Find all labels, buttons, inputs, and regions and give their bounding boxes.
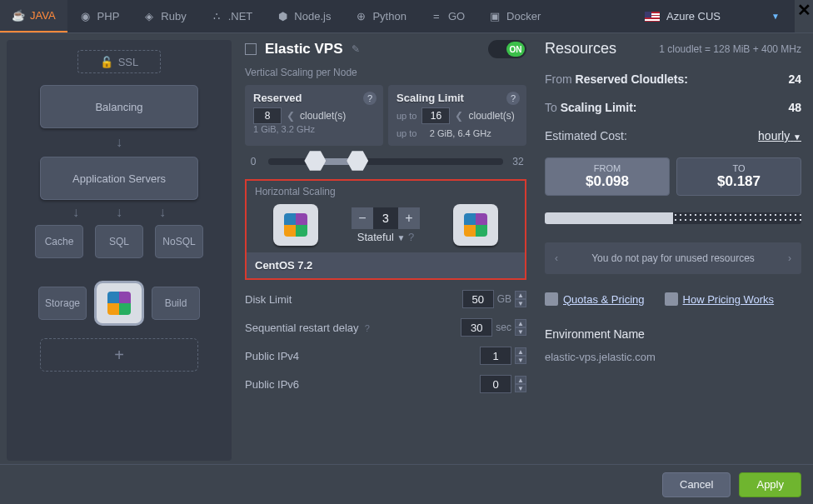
cost-from: $0.098 xyxy=(546,173,669,190)
limit-total: 48 xyxy=(788,101,801,114)
sql-node[interactable]: SQL xyxy=(95,225,143,258)
tab-go[interactable]: =GO xyxy=(418,0,476,32)
resources-panel: Resources 1 cloudlet = 128 MiB + 400 MHz… xyxy=(540,40,806,461)
disk-unit: GB xyxy=(497,293,511,305)
balancing-node[interactable]: Balancing xyxy=(40,85,198,128)
tab-ruby[interactable]: ◈Ruby xyxy=(131,0,197,32)
restart-delay-row: Sequential restart delay ? sec ▲▼ xyxy=(245,318,526,337)
cancel-button[interactable]: Cancel xyxy=(662,472,731,497)
horizontal-scaling-highlight: Horizontal Scaling − 3 + Stateful ▼ ? Ce… xyxy=(245,179,526,280)
reserved-title: Reserved xyxy=(253,92,375,104)
close-button[interactable]: ✕ xyxy=(795,0,813,32)
spin-down[interactable]: ▼ xyxy=(515,327,526,336)
horizontal-scaling-label: Horizontal Scaling xyxy=(255,186,516,197)
reserved-input[interactable] xyxy=(253,107,282,124)
disk-limit-label: Disk Limit xyxy=(245,293,292,306)
build-node[interactable]: Build xyxy=(152,287,200,320)
limit-input[interactable] xyxy=(421,107,450,124)
spin-up[interactable]: ▲ xyxy=(515,376,526,384)
spin-down[interactable]: ▼ xyxy=(515,299,526,307)
tab-dotnet[interactable]: ∴.NET xyxy=(198,0,265,32)
java-icon: ☕ xyxy=(12,9,25,22)
help-icon[interactable]: ? xyxy=(506,92,520,105)
disk-limit-input[interactable] xyxy=(462,290,494,308)
add-node-button[interactable]: + xyxy=(40,338,198,372)
node-title: Elastic VPS xyxy=(265,41,343,57)
help-icon[interactable]: ? xyxy=(362,323,370,333)
reserved-card: ? Reserved ❮ cloudlet(s) 1 GiB, 3.2 GHz xyxy=(245,85,383,146)
restart-unit: sec xyxy=(496,322,511,333)
drag-handle-icon[interactable] xyxy=(245,43,257,55)
cost-to: $0.187 xyxy=(677,173,801,190)
chevron-down-icon: ▼ xyxy=(793,132,801,142)
tab-docker[interactable]: ▣Docker xyxy=(476,0,552,32)
reserved-total: 24 xyxy=(788,72,801,86)
reserved-desc: 1 GiB, 3.2 GHz xyxy=(253,124,375,134)
ipv4-input[interactable] xyxy=(480,347,511,365)
centos-icon xyxy=(464,213,487,237)
spin-down[interactable]: ▼ xyxy=(515,384,526,392)
tab-python[interactable]: ⊕Python xyxy=(342,0,417,32)
php-icon: ◉ xyxy=(79,10,92,23)
ipv4-label: Public IPv4 xyxy=(245,350,299,362)
centos-icon xyxy=(107,292,131,315)
slider-handle-limit[interactable] xyxy=(347,150,368,172)
appservers-node[interactable]: Application Servers xyxy=(40,157,198,200)
dialog-footer: Cancel Apply xyxy=(0,464,813,504)
node-enabled-toggle[interactable]: ON xyxy=(488,40,526,58)
ssl-toggle[interactable]: 🔓SSL xyxy=(77,50,161,73)
help-icon[interactable]: ? xyxy=(363,92,377,105)
disk-limit-row: Disk Limit GB ▲▼ xyxy=(245,290,526,308)
region-selector[interactable]: Azure CUS ▼ xyxy=(633,0,791,32)
restart-delay-input[interactable] xyxy=(461,318,492,337)
doc-icon xyxy=(665,292,678,306)
slider-track[interactable] xyxy=(268,158,503,165)
limit-desc: 2 GiB, 6.4 GHz xyxy=(430,128,491,138)
apply-button[interactable]: Apply xyxy=(739,472,801,497)
carousel-prev[interactable]: ‹ xyxy=(545,242,568,274)
cloudlet-slider[interactable]: 0 32 xyxy=(245,156,526,167)
decrement-button[interactable]: − xyxy=(352,207,373,229)
scaling-mode-dropdown[interactable]: Stateful ▼ ? xyxy=(352,231,420,243)
vps-node-selected[interactable] xyxy=(97,283,142,323)
tab-nodejs[interactable]: ⬢Node.js xyxy=(264,0,342,32)
language-tabs: ☕JAVA ◉PHP ◈Ruby ∴.NET ⬢Node.js ⊕Python … xyxy=(0,0,813,33)
edit-icon[interactable]: ✎ xyxy=(352,43,360,55)
spin-down[interactable]: ▼ xyxy=(515,356,526,364)
slider-max: 32 xyxy=(510,156,526,167)
info-text: You do not pay for unused resources xyxy=(591,252,755,264)
toggle-on-label: ON xyxy=(506,42,525,57)
node-count-stepper: − 3 + xyxy=(352,207,420,229)
carousel-next[interactable]: › xyxy=(778,242,801,274)
env-name-value: elastic-vps.jelastic.com xyxy=(545,351,801,363)
quotas-pricing-link[interactable]: Quotas & Pricing xyxy=(545,292,645,306)
storage-node[interactable]: Storage xyxy=(38,287,87,320)
help-icon[interactable]: ? xyxy=(408,231,414,243)
info-carousel: ‹ You do not pay for unused resources › xyxy=(545,242,801,274)
nosql-node[interactable]: NoSQL xyxy=(155,225,203,258)
arrow-down-icon: ↓ xyxy=(116,205,122,220)
estimated-cost-label: Estimated Cost: xyxy=(545,129,627,142)
cloudlet-definition: 1 cloudlet = 128 MiB + 400 MHz xyxy=(659,43,801,55)
period-dropdown[interactable]: hourly ▼ xyxy=(758,129,801,142)
tab-php[interactable]: ◉PHP xyxy=(67,0,132,32)
ipv6-label: Public IPv6 xyxy=(245,378,299,391)
stepper-icon[interactable]: ❮ xyxy=(455,110,463,122)
usage-bar xyxy=(545,212,801,224)
spin-up[interactable]: ▲ xyxy=(515,319,526,327)
node-tile-left xyxy=(273,204,318,246)
spin-up[interactable]: ▲ xyxy=(515,347,526,356)
cost-to-box: TO $0.187 xyxy=(676,157,801,196)
slider-handle-reserved[interactable] xyxy=(304,150,326,172)
how-pricing-works-link[interactable]: How Pricing Works xyxy=(665,292,775,306)
resources-title: Resources xyxy=(545,40,616,57)
ipv6-input[interactable] xyxy=(480,375,511,393)
spin-up[interactable]: ▲ xyxy=(515,291,526,299)
tab-java[interactable]: ☕JAVA xyxy=(0,0,67,32)
vertical-scaling-label: Vertical Scaling per Node xyxy=(245,67,526,78)
stepper-icon[interactable]: ❮ xyxy=(287,110,295,122)
os-selector[interactable]: CentOS 7.2 xyxy=(247,252,525,278)
cache-node[interactable]: Cache xyxy=(35,225,83,258)
cost-from-box: FROM $0.098 xyxy=(545,157,670,196)
increment-button[interactable]: + xyxy=(398,207,420,229)
